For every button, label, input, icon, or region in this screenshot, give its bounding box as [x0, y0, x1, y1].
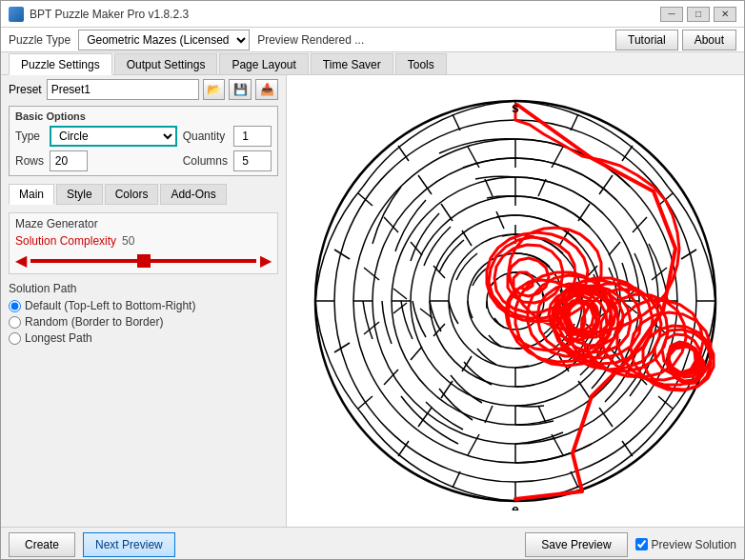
options-grid: Type Circle Square Rectangle Quantity Ro… — [15, 126, 272, 171]
maze-container: s e — [306, 91, 725, 510]
tab-puzzle-settings[interactable]: Puzzle Settings — [9, 53, 112, 75]
preview-solution-row: Preview Solution — [635, 538, 736, 551]
next-preview-button[interactable]: Next Preview — [83, 532, 175, 557]
solution-path-label: Solution Path — [9, 282, 278, 295]
minimize-button[interactable]: ─ — [660, 7, 683, 22]
slider-track[interactable] — [30, 259, 256, 263]
quantity-label: Quantity — [183, 130, 228, 143]
window-controls: ─ □ ✕ — [660, 7, 736, 22]
start-label: s — [512, 100, 519, 115]
menu-bar-left: Puzzle Type Geometric Mazes (Licensed) P… — [9, 30, 600, 50]
radio-random-label[interactable]: Random (Border to Border) — [25, 315, 163, 329]
radio-longest-label[interactable]: Longest Path — [25, 331, 92, 345]
tab-addons[interactable]: Add-Ons — [160, 184, 226, 205]
inner-tabs: Main Style Colors Add-Ons — [9, 184, 278, 205]
tab-main[interactable]: Main — [9, 184, 54, 205]
save-preview-button[interactable]: Save Preview — [525, 532, 627, 557]
radio-default-label[interactable]: Default (Top-Left to Bottom-Right) — [25, 299, 195, 312]
title-bar: BPT Puzzle Maker Pro v1.8.2.3 ─ □ ✕ — [1, 1, 744, 28]
radio-random: Random (Border to Border) — [9, 315, 278, 329]
preview-status-label: Preview Rendered ... — [257, 33, 364, 47]
menu-bar-right: Tutorial About — [615, 30, 736, 50]
tab-time-saver[interactable]: Time Saver — [311, 53, 393, 74]
maze-generator-section: Maze Generator Solution Complexity 50 ◀ … — [9, 212, 278, 274]
radio-random-input[interactable] — [9, 316, 21, 329]
puzzle-type-label: Puzzle Type — [9, 33, 70, 47]
solution-complexity-value: 50 — [122, 234, 134, 248]
save-preset-button[interactable]: 💾 — [229, 79, 252, 100]
about-button[interactable]: About — [682, 30, 736, 50]
main-layout: Preset 📂 💾 📥 Basic Options Type Circle S… — [1, 75, 744, 527]
create-button[interactable]: Create — [9, 532, 75, 557]
tutorial-button[interactable]: Tutorial — [615, 30, 678, 50]
preset-input[interactable] — [47, 79, 199, 100]
radio-default-input[interactable] — [9, 300, 21, 312]
solution-path-section: Solution Path Default (Top-Left to Botto… — [9, 282, 278, 348]
quantity-input[interactable] — [233, 126, 272, 147]
slider-right-arrow[interactable]: ▶ — [260, 251, 272, 270]
columns-label: Columns — [183, 154, 228, 168]
app-title: BPT Puzzle Maker Pro v1.8.2.3 — [30, 8, 660, 21]
app-icon — [9, 7, 24, 22]
tab-output-settings[interactable]: Output Settings — [114, 53, 218, 74]
basic-options-group: Basic Options Type Circle Square Rectang… — [9, 106, 278, 176]
preview-solution-checkbox[interactable] — [635, 538, 648, 550]
type-select[interactable]: Circle Square Rectangle — [50, 126, 177, 147]
tab-colors[interactable]: Colors — [105, 184, 159, 205]
main-tabs-bar: Puzzle Settings Output Settings Page Lay… — [1, 52, 744, 75]
left-panel: Preset 📂 💾 📥 Basic Options Type Circle S… — [1, 75, 287, 527]
basic-options-label: Basic Options — [15, 110, 272, 122]
maze-svg: s e — [306, 91, 725, 510]
radio-longest: Longest Path — [9, 331, 278, 345]
end-label: e — [512, 502, 519, 510]
radio-default: Default (Top-Left to Bottom-Right) — [9, 299, 278, 312]
radio-longest-input[interactable] — [9, 332, 21, 345]
close-button[interactable]: ✕ — [714, 7, 736, 22]
tab-style[interactable]: Style — [56, 184, 103, 205]
rows-input[interactable] — [50, 150, 88, 171]
preview-solution-label[interactable]: Preview Solution — [652, 538, 736, 551]
slider-left-arrow[interactable]: ◀ — [15, 251, 27, 270]
puzzle-type-select[interactable]: Geometric Mazes (Licensed) — [78, 30, 250, 50]
menu-bar: Puzzle Type Geometric Mazes (Licensed) P… — [1, 28, 744, 52]
rows-label: Rows — [15, 154, 44, 168]
maze-generator-label: Maze Generator — [15, 217, 272, 230]
columns-input[interactable] — [233, 150, 272, 171]
solution-complexity-label: Solution Complexity — [15, 234, 116, 248]
slider-thumb[interactable] — [137, 254, 151, 268]
preset-row: Preset 📂 💾 📥 — [9, 79, 278, 100]
tab-tools[interactable]: Tools — [395, 53, 447, 74]
preset-label: Preset — [9, 83, 43, 96]
slider-container: ◀ ▶ — [15, 251, 272, 270]
type-label: Type — [15, 130, 44, 143]
right-panel: s e — [287, 75, 744, 527]
save-as-preset-button[interactable]: 📥 — [255, 79, 278, 100]
open-preset-button[interactable]: 📂 — [203, 79, 226, 100]
tab-page-layout[interactable]: Page Layout — [219, 53, 308, 74]
bottom-bar: Create Next Preview Save Preview Preview… — [1, 527, 744, 560]
solution-complexity-row: Solution Complexity 50 — [15, 234, 272, 248]
maximize-button[interactable]: □ — [687, 7, 710, 22]
